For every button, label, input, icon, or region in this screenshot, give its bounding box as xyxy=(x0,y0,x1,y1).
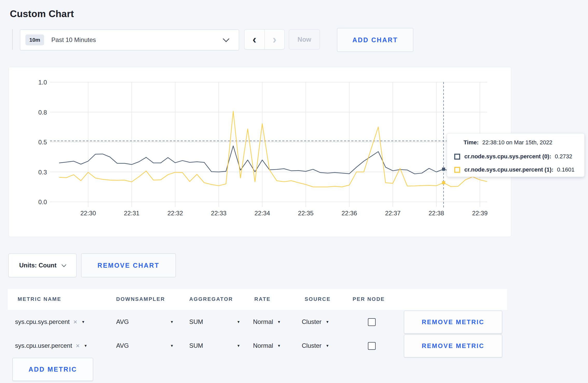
tooltip-time-value: 22:38:10 on Mar 15th, 2022 xyxy=(482,139,552,146)
page-title: Custom Chart xyxy=(10,9,74,19)
chart-plot[interactable]: 0.00.30.50.81.022:3022:3122:3222:3322:34… xyxy=(9,67,511,237)
clear-metric-icon[interactable]: × xyxy=(76,342,80,350)
rate-value: Normal xyxy=(253,342,273,349)
metric-name-value: sys.cpu.sys.percent xyxy=(15,318,70,325)
column-header-downsampler: DOWNSAMPLER xyxy=(116,296,165,302)
metric-name-select[interactable]: sys.cpu.sys.percent × ▼ xyxy=(15,310,85,334)
caret-down-icon: ▼ xyxy=(326,320,329,324)
metric-name-select[interactable]: sys.cpu.user.percent × ▼ xyxy=(15,334,87,358)
tooltip-series-row: cr.node.sys.cpu.sys.percent (0): 0.2732 xyxy=(454,153,572,160)
remove-metric-button[interactable]: REMOVE METRIC xyxy=(404,311,502,334)
downsampler-value: AVG xyxy=(116,342,129,349)
svg-text:1.0: 1.0 xyxy=(38,79,47,86)
remove-chart-button[interactable]: REMOVE CHART xyxy=(81,253,176,277)
caret-down-icon: ▼ xyxy=(326,344,329,348)
remove-metric-button[interactable]: REMOVE METRIC xyxy=(404,335,502,357)
column-header-source: SOURCE xyxy=(305,296,331,302)
metrics-table-header: METRIC NAME DOWNSAMPLER AGGREGATOR RATE … xyxy=(8,289,507,310)
aggregator-value: SUM xyxy=(189,342,203,349)
toolbar-divider xyxy=(12,29,13,50)
metric-row: sys.cpu.user.percent × ▼ AVG ▼ SUM ▼ Nor… xyxy=(0,334,588,358)
svg-text:22:30: 22:30 xyxy=(80,210,96,217)
chevron-down-icon xyxy=(223,36,229,42)
tooltip-series-name: cr.node.sys.cpu.sys.percent (0): xyxy=(464,153,551,160)
tooltip-time-row: Time: 22:38:10 on Mar 15th, 2022 xyxy=(464,139,552,146)
rate-value: Normal xyxy=(253,318,273,325)
remove-chart-label: REMOVE CHART xyxy=(97,262,159,269)
caret-down-icon: ▼ xyxy=(170,344,174,348)
column-header-metric-name: METRIC NAME xyxy=(18,296,61,302)
caret-down-icon: ▼ xyxy=(84,344,87,348)
downsampler-value: AVG xyxy=(116,318,129,325)
per-node-checkbox[interactable] xyxy=(368,342,376,350)
per-node-checkbox[interactable] xyxy=(368,318,376,326)
metric-row: sys.cpu.sys.percent × ▼ AVG ▼ SUM ▼ Norm… xyxy=(0,310,588,334)
add-metric-button[interactable]: ADD METRIC xyxy=(12,358,93,381)
units-dropdown[interactable]: Units: Count xyxy=(8,253,76,277)
caret-down-icon: ▼ xyxy=(170,320,174,324)
add-metric-label: ADD METRIC xyxy=(29,366,77,373)
svg-text:0.5: 0.5 xyxy=(38,139,47,146)
tooltip-series-row: cr.node.sys.cpu.user.percent (1): 0.1601 xyxy=(454,166,575,173)
svg-text:22:39: 22:39 xyxy=(472,210,488,217)
caret-down-icon: ▼ xyxy=(237,344,240,348)
tooltip-series-value: 0.1601 xyxy=(557,166,575,173)
svg-text:0.3: 0.3 xyxy=(38,169,47,176)
svg-text:0.0: 0.0 xyxy=(38,198,47,205)
svg-text:0.8: 0.8 xyxy=(38,109,47,116)
prev-range-button[interactable]: ‹ xyxy=(244,30,265,49)
add-chart-label: ADD CHART xyxy=(352,36,398,44)
time-range-arrows: ‹ › xyxy=(244,29,285,49)
chevron-down-icon xyxy=(61,262,66,267)
svg-text:22:38: 22:38 xyxy=(429,210,444,217)
column-header-per-node: PER NODE xyxy=(353,296,385,302)
rate-select[interactable]: Normal ▼ xyxy=(253,334,281,358)
series-swatch-icon xyxy=(454,154,460,160)
svg-text:22:36: 22:36 xyxy=(341,210,357,217)
source-value: Cluster xyxy=(302,342,321,349)
chart-card: 0.00.30.50.81.022:3022:3122:3222:3322:34… xyxy=(9,67,511,237)
caret-down-icon: ▼ xyxy=(277,344,281,348)
aggregator-select[interactable]: SUM ▼ xyxy=(189,310,203,334)
now-button-label: Now xyxy=(298,36,311,43)
tooltip-series-value: 0.2732 xyxy=(555,153,572,160)
svg-text:22:34: 22:34 xyxy=(254,210,270,217)
rate-select[interactable]: Normal ▼ xyxy=(253,310,281,334)
column-header-aggregator: AGGREGATOR xyxy=(189,296,233,302)
column-header-rate: RATE xyxy=(254,296,271,302)
time-range-badge: 10m xyxy=(25,34,44,45)
svg-text:22:33: 22:33 xyxy=(211,210,227,217)
caret-down-icon: ▼ xyxy=(81,320,85,324)
aggregator-value: SUM xyxy=(189,318,203,325)
downsampler-select[interactable]: AVG ▼ xyxy=(116,310,129,334)
time-range-label: Past 10 Minutes xyxy=(51,36,96,44)
svg-text:22:32: 22:32 xyxy=(167,210,183,217)
svg-text:22:35: 22:35 xyxy=(298,210,313,217)
source-select[interactable]: Cluster ▼ xyxy=(302,310,329,334)
source-select[interactable]: Cluster ▼ xyxy=(302,334,329,358)
remove-metric-label: REMOVE METRIC xyxy=(422,318,485,326)
add-chart-button[interactable]: ADD CHART xyxy=(337,28,413,52)
tooltip-series-name: cr.node.sys.cpu.user.percent (1): xyxy=(464,166,554,173)
source-value: Cluster xyxy=(302,318,321,325)
chart-tooltip: Time: 22:38:10 on Mar 15th, 2022 cr.node… xyxy=(447,133,585,177)
series-swatch-icon xyxy=(454,167,460,173)
time-range-dropdown[interactable]: 10m Past 10 Minutes xyxy=(20,30,239,50)
svg-text:22:37: 22:37 xyxy=(385,210,401,217)
caret-down-icon: ▼ xyxy=(237,320,240,324)
aggregator-select[interactable]: SUM ▼ xyxy=(189,334,203,358)
next-range-button[interactable]: › xyxy=(265,30,285,49)
remove-metric-label: REMOVE METRIC xyxy=(422,342,485,350)
downsampler-select[interactable]: AVG ▼ xyxy=(116,334,129,358)
clear-metric-icon[interactable]: × xyxy=(73,318,77,326)
units-label: Units: Count xyxy=(19,262,57,269)
svg-text:22:31: 22:31 xyxy=(124,210,139,217)
caret-down-icon: ▼ xyxy=(277,320,281,324)
tooltip-time-label: Time: xyxy=(464,139,479,146)
now-button[interactable]: Now xyxy=(289,29,320,49)
metric-name-value: sys.cpu.user.percent xyxy=(15,342,72,349)
